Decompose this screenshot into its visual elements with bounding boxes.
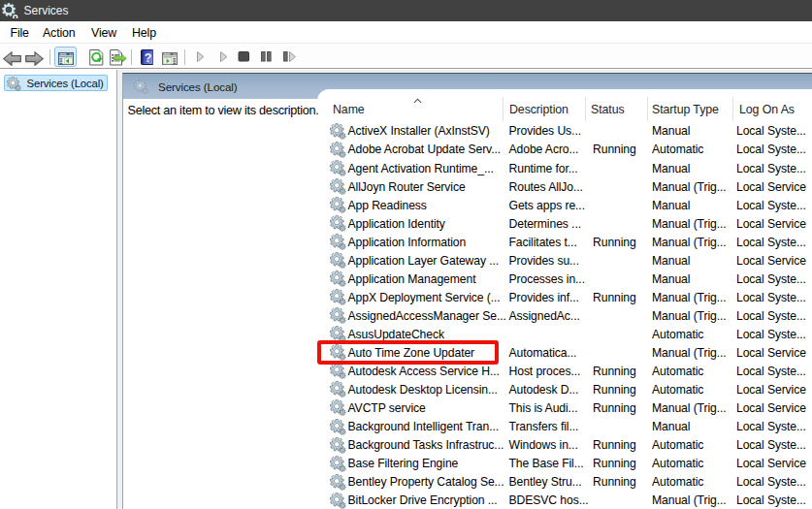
svg-text:?: ? — [144, 50, 151, 64]
